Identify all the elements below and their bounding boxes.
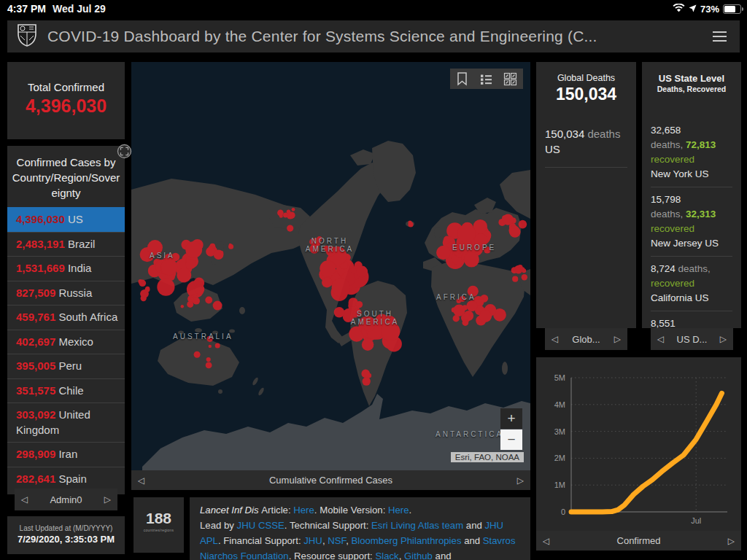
basemap-grid-icon[interactable] [498, 69, 522, 89]
global-deaths-item[interactable]: 150,034 deathsUS [545, 126, 627, 168]
pager-right-icon[interactable]: ▷ [614, 335, 621, 343]
last-updated-label: Last Updated at (M/D/YYYY) [7, 524, 125, 532]
us-state-list: 32,658deaths, 72,813recoveredNew York US… [651, 118, 732, 328]
country-row[interactable]: 402,697 Mexico [7, 330, 125, 354]
text-segment: deaths, [651, 139, 686, 150]
map-attribution: Esri, FAO, NOAA [451, 452, 524, 462]
total-confirmed-panel: Total Confirmed 4,396,030 [7, 62, 125, 139]
link[interactable]: Esri Living Atlas team [371, 520, 463, 531]
text-segment: deaths [587, 128, 620, 140]
text-segment: 8,724 [651, 263, 678, 274]
country-row[interactable]: 1,531,669 India [7, 256, 125, 281]
map-label: AUSTRALIA [173, 332, 233, 341]
countries-count-caption: countries/regions [133, 528, 184, 532]
link[interactable]: Github [404, 551, 433, 560]
chart-pager-label: Confirmed [549, 535, 728, 546]
pager-left-icon[interactable]: ◁ [551, 335, 558, 343]
link[interactable]: JHU [303, 535, 322, 546]
country-row[interactable]: 4,396,030 US [7, 207, 125, 232]
state-entry[interactable]: 32,658deaths, 72,813recoveredNew York US [651, 118, 732, 187]
country-row[interactable]: 395,005 Peru [7, 354, 125, 378]
total-confirmed-label: Total Confirmed [7, 81, 125, 93]
svg-text:1M: 1M [554, 481, 565, 489]
legend-list-icon[interactable] [474, 69, 498, 89]
link[interactable]: Here [388, 505, 409, 516]
us-state-panel: US State Level Deaths, Recovered 32,658d… [642, 62, 741, 328]
pager-right-icon[interactable]: ▷ [728, 537, 735, 545]
text-segment: 32,658 [651, 125, 681, 136]
text-segment: and [433, 551, 452, 560]
pager-right-icon[interactable]: ▷ [720, 335, 727, 343]
map-zoom-controls: + − [500, 408, 522, 450]
battery-icon [723, 4, 741, 14]
link[interactable]: Bloomberg Philanthropies [351, 535, 461, 546]
country-pager-label: Admin0 [28, 494, 104, 505]
text-segment: Article: [261, 505, 293, 516]
pager-left-icon[interactable]: ◁ [543, 537, 549, 545]
country-pager: ◁ Admin0 ▷ [15, 489, 117, 510]
global-deaths-value: 150,034 [536, 85, 636, 104]
country-row[interactable]: 459,761 South Africa [7, 305, 125, 330]
wifi-icon [673, 2, 685, 15]
text-segment: . Resource support: [289, 551, 376, 560]
hamburger-menu-icon[interactable] [713, 28, 727, 44]
last-updated-value: 7/29/2020, 3:35:03 PM [7, 534, 125, 545]
state-entry[interactable]: 8,724 deaths,recoveredCalifornia US [651, 257, 732, 311]
country-list: 4,396,030 US2,483,191 Brazil1,531,669 In… [7, 207, 125, 491]
us-state-pager-label: US D... [664, 334, 720, 345]
countries-counter-panel: 188 countries/regions [133, 497, 184, 553]
global-deaths-pager: ◁ Glob... ▷ [545, 328, 627, 350]
svg-text:Jul: Jul [691, 516, 701, 525]
text-segment: and [461, 535, 482, 546]
text-segment: 72,813 [686, 139, 716, 150]
map-toolbar [450, 69, 523, 89]
state-entry[interactable]: 15,798deaths, 32,313recoveredNew Jersey … [651, 187, 732, 257]
zoom-in-button[interactable]: + [500, 408, 522, 429]
link[interactable]: Slack [375, 551, 398, 560]
credits-panel: Lancet Inf Dis Article: Here. Mobile Ver… [190, 497, 530, 560]
state-entry[interactable]: 8,551deaths, 96,452recovered [651, 311, 732, 328]
confirmed-chart-panel: 01M2M3M4M5MJul ◁ Confirmed ▷ [536, 357, 741, 551]
text-segment: . Technical Support: [285, 520, 371, 531]
link[interactable]: Here [293, 505, 314, 516]
pager-right-icon[interactable]: ▷ [517, 476, 524, 485]
world-map-panel[interactable]: ASIANORTH AMERICAEUROPEAFRICASOUTH AMERI… [131, 62, 530, 490]
svg-text:2M: 2M [554, 454, 565, 462]
map-label: EUROPE [452, 244, 496, 252]
pager-left-icon[interactable]: ◁ [138, 476, 144, 485]
pager-right-icon[interactable]: ▷ [104, 495, 111, 504]
country-row[interactable]: 298,909 Iran [7, 442, 125, 467]
zoom-out-button[interactable]: − [500, 429, 522, 450]
jhu-shield-logo [17, 23, 37, 50]
us-state-pager: ◁ US D... ▷ [651, 328, 733, 350]
text-segment: Lancet Inf Dis [200, 505, 261, 516]
last-updated-panel: Last Updated at (M/D/YYYY) 7/29/2020, 3:… [7, 516, 125, 554]
status-time: 4:37 PM [7, 3, 46, 15]
country-row[interactable]: 282,641 Spain [7, 467, 125, 491]
country-panel-title: Confirmed Cases by Country/Region/Sovere… [7, 146, 125, 207]
status-date: Wed Jul 29 [53, 3, 106, 15]
country-row[interactable]: 2,483,191 Brazil [7, 232, 125, 257]
text-segment: . [409, 505, 412, 516]
pager-left-icon[interactable]: ◁ [21, 495, 28, 504]
bookmark-icon[interactable] [450, 69, 474, 89]
svg-text:4M: 4M [554, 400, 565, 409]
map-label: ASIA [150, 252, 175, 260]
global-deaths-title: Global Deaths [536, 73, 636, 83]
country-row[interactable]: 827,509 Russia [7, 281, 125, 306]
map-label: AFRICA [436, 293, 476, 301]
text-segment: deaths, [651, 209, 686, 219]
text-segment: 32,313 [686, 209, 716, 219]
status-bar: 4:37 PM Wed Jul 29 73% [0, 0, 747, 18]
country-row[interactable]: 351,575 Chile [7, 378, 125, 403]
world-map[interactable] [131, 62, 530, 490]
link[interactable]: NSF [328, 535, 346, 546]
pager-left-icon[interactable]: ◁ [657, 335, 664, 343]
text-segment: . Financial Support: [218, 535, 303, 546]
country-row[interactable]: 303,092 United Kingdom [7, 402, 125, 442]
us-state-title: US State Level [642, 73, 741, 84]
map-label: SOUTH AMERICA [351, 310, 400, 326]
text-segment: US [545, 143, 560, 155]
link[interactable]: JHU CSSE [237, 520, 285, 531]
expand-icon[interactable] [117, 144, 132, 162]
